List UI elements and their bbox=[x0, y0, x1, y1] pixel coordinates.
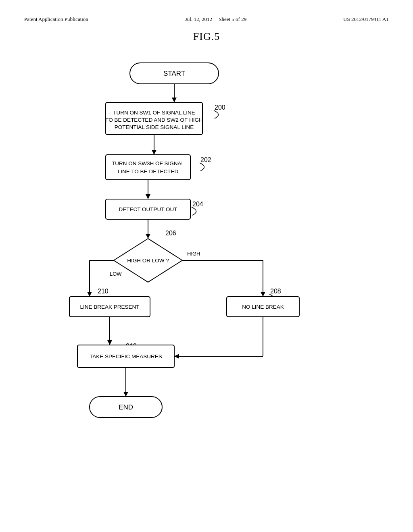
flowchart-diagram: START 200 TURN ON SW1 OF SIGNAL LINE TO … bbox=[65, 55, 348, 490]
n200-line1: TURN ON SW1 OF SIGNAL LINE bbox=[113, 110, 195, 116]
n200-line2: TO BE DETECTED AND SW2 OF HIGH bbox=[105, 117, 202, 123]
header-patent-number: US 2012/0179411 A1 bbox=[343, 16, 389, 23]
svg-marker-28 bbox=[123, 392, 128, 397]
svg-marker-2 bbox=[172, 98, 177, 102]
end-label: END bbox=[119, 403, 133, 411]
figure-title: FIG.5 bbox=[24, 31, 389, 43]
n202-line1: TURN ON SW3H OF SIGNAL bbox=[112, 160, 185, 166]
svg-marker-15 bbox=[87, 292, 92, 297]
svg-marker-8 bbox=[146, 194, 150, 199]
ref-208: 208 bbox=[270, 288, 281, 295]
svg-rect-6 bbox=[106, 155, 190, 180]
n200-line3: POTENTIAL SIDE SIGNAL LINE bbox=[115, 124, 194, 130]
publication-label: Patent Application Publication bbox=[24, 16, 88, 22]
patent-number-label: US 2012/0179411 A1 bbox=[343, 16, 389, 22]
svg-marker-5 bbox=[152, 150, 156, 155]
high-label: HIGH bbox=[187, 251, 200, 257]
date-label: Jul. 12, 2012 bbox=[185, 16, 212, 22]
svg-marker-26 bbox=[174, 354, 179, 359]
n206-label: HIGH OR LOW ? bbox=[127, 258, 169, 264]
ref-202: 202 bbox=[200, 156, 211, 163]
page-header: Patent Application Publication Jul. 12, … bbox=[24, 16, 389, 23]
ref-200: 200 bbox=[215, 104, 225, 111]
n202-line2: LINE TO BE DETECTED bbox=[118, 168, 179, 175]
n212-label: TAKE SPECIFIC MEASURES bbox=[90, 353, 162, 360]
n204-label: DETECT OUTPUT OUT bbox=[119, 206, 177, 212]
flowchart-area: FIG.5 START 200 TURN ON SW1 OF SIGNAL LI… bbox=[24, 31, 389, 490]
svg-marker-19 bbox=[261, 292, 265, 297]
svg-marker-11 bbox=[146, 234, 150, 239]
page: Patent Application Publication Jul. 12, … bbox=[0, 0, 413, 532]
low-label: LOW bbox=[110, 271, 122, 277]
start-label: START bbox=[163, 70, 185, 77]
header-date-sheet: Jul. 12, 2012 Sheet 5 of 29 bbox=[185, 16, 246, 23]
n210-label: LINE BREAK PRESENT bbox=[80, 304, 139, 310]
ref-210: 210 bbox=[98, 288, 108, 295]
n208-label: NO LINE BREAK bbox=[242, 304, 284, 310]
header-publication: Patent Application Publication bbox=[24, 16, 88, 23]
ref-206: 206 bbox=[165, 230, 176, 237]
sheet-label: Sheet 5 of 29 bbox=[219, 16, 246, 22]
ref-204: 204 bbox=[192, 201, 203, 208]
svg-marker-22 bbox=[107, 340, 112, 345]
